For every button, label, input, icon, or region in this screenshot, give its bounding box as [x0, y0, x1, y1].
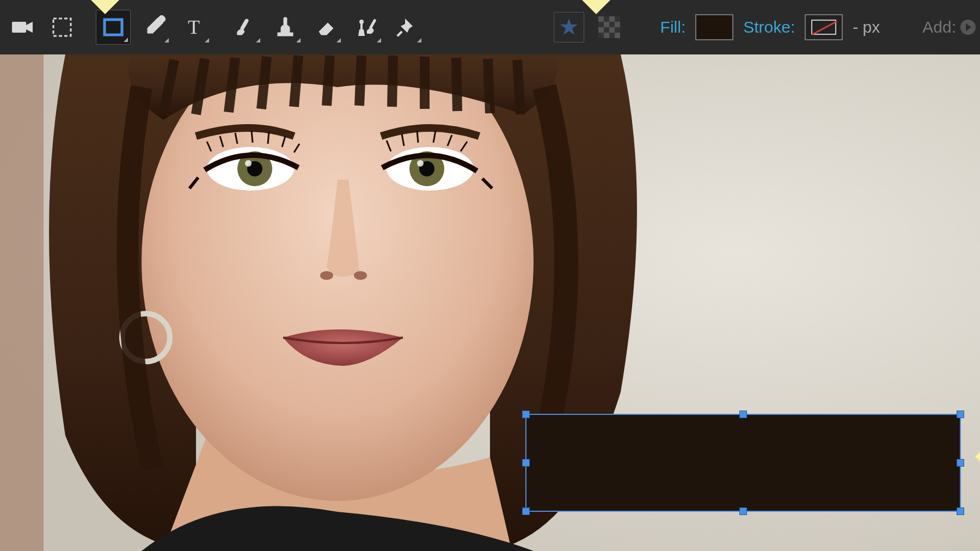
hint-marker	[580, 0, 612, 14]
svg-point-29	[245, 160, 252, 167]
transparency-toggle[interactable]	[594, 12, 624, 42]
svg-rect-17	[604, 22, 609, 27]
svg-point-33	[417, 160, 424, 167]
resize-handle-n[interactable]	[739, 411, 747, 418]
stroke-label: Stroke:	[743, 18, 795, 36]
add-play-icon[interactable]	[960, 20, 976, 35]
composition-canvas[interactable]	[0, 54, 980, 551]
hint-marker	[89, 0, 121, 14]
svg-text:T: T	[188, 16, 200, 38]
star-preset[interactable]	[554, 12, 584, 42]
fill-color-well[interactable]	[695, 14, 733, 40]
svg-marker-1	[26, 22, 33, 33]
resize-handle-s[interactable]	[739, 507, 747, 515]
svg-point-34	[320, 271, 333, 280]
pin-tool[interactable]	[389, 10, 424, 45]
svg-rect-15	[598, 16, 604, 22]
rectangle-fill	[526, 415, 960, 511]
main-toolbar: T	[0, 0, 980, 54]
resize-handle-nw[interactable]	[522, 411, 530, 418]
stroke-color-well[interactable]	[805, 14, 843, 40]
svg-rect-2	[53, 19, 71, 36]
hint-marker	[975, 440, 980, 473]
camera-tool[interactable]	[4, 10, 39, 45]
svg-rect-10	[360, 23, 363, 29]
svg-rect-24	[0, 54, 44, 551]
clone-stamp-tool[interactable]	[268, 10, 303, 45]
add-label: Add:	[922, 18, 956, 36]
svg-rect-12	[396, 30, 402, 36]
text-tool[interactable]: T	[176, 10, 211, 45]
eyedropper-tool[interactable]	[136, 10, 171, 45]
stroke-width-value[interactable]: - px	[853, 18, 880, 36]
svg-marker-13	[560, 19, 578, 35]
resize-handle-ne[interactable]	[957, 411, 964, 418]
svg-rect-11	[369, 19, 376, 29]
resize-handle-se[interactable]	[957, 507, 964, 515]
tool-group-left	[4, 10, 79, 45]
selected-rectangle-shape[interactable]	[525, 414, 961, 512]
svg-point-35	[354, 271, 367, 280]
roto-brush-tool[interactable]	[348, 10, 383, 45]
fill-label: Fill:	[660, 18, 686, 36]
svg-rect-8	[284, 17, 287, 26]
resize-handle-sw[interactable]	[522, 507, 530, 515]
svg-rect-7	[278, 33, 293, 36]
svg-rect-19	[598, 27, 604, 33]
tool-group-shapes: T	[96, 10, 211, 45]
svg-rect-6	[240, 19, 249, 30]
svg-rect-0	[12, 22, 26, 33]
rectangle-tool[interactable]	[96, 10, 131, 45]
svg-rect-22	[615, 33, 620, 38]
svg-rect-3	[105, 20, 122, 35]
tool-group-paint	[228, 10, 424, 45]
svg-rect-21	[604, 33, 609, 38]
add-label-group: Add:	[922, 18, 976, 36]
selection-tool[interactable]	[45, 10, 79, 45]
svg-rect-20	[609, 27, 615, 33]
brush-tool[interactable]	[228, 10, 262, 45]
resize-handle-e[interactable]	[957, 459, 964, 467]
resize-handle-w[interactable]	[522, 459, 530, 467]
svg-rect-18	[615, 22, 620, 27]
svg-rect-16	[609, 16, 615, 22]
eraser-tool[interactable]	[308, 10, 343, 45]
shape-options: Fill: Stroke: - px Add:	[554, 12, 976, 42]
